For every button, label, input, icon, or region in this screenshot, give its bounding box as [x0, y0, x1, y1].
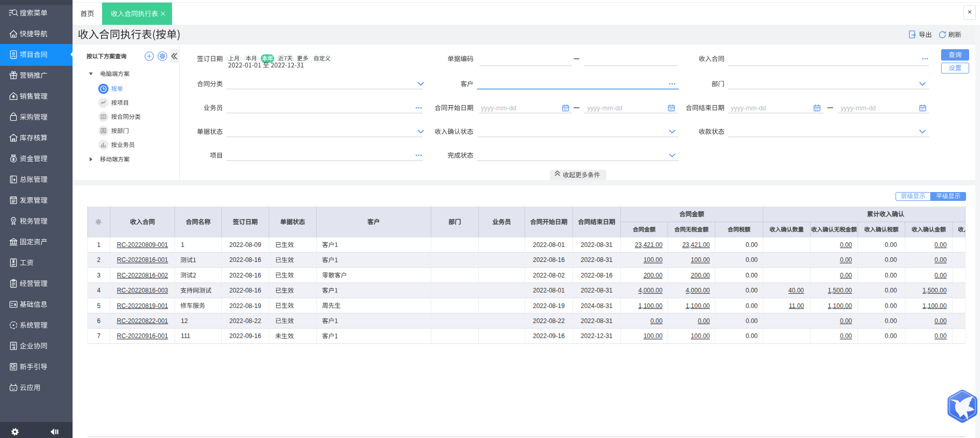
svg-text:0.00: 0.00: [746, 332, 758, 340]
svg-text:4,000.00: 4,000.00: [638, 287, 663, 294]
svg-text:1,100.00: 1,100.00: [828, 302, 852, 310]
svg-text:yyyy-mm-dd: yyyy-mm-dd: [587, 105, 622, 112]
svg-text:2024-08-31: 2024-08-31: [581, 302, 613, 310]
svg-text:0.00: 0.00: [885, 332, 897, 340]
svg-text:100.00: 100.00: [691, 256, 710, 264]
svg-text:1: 1: [97, 241, 101, 249]
svg-text:2022-08-31: 2022-08-31: [581, 317, 613, 325]
svg-text:×: ×: [968, 8, 972, 16]
svg-text:2022-12-31: 2022-12-31: [581, 332, 613, 340]
svg-text:0.00: 0.00: [934, 317, 947, 325]
svg-text:111: 111: [181, 332, 191, 340]
svg-text:12: 12: [181, 317, 188, 325]
svg-text:0.00: 0.00: [840, 332, 853, 340]
svg-text:0.00: 0.00: [885, 302, 897, 310]
svg-text:23,421.00: 23,421.00: [635, 241, 663, 249]
svg-text:1,100.00: 1,100.00: [686, 302, 710, 310]
svg-text:RC-20220816-001: RC-20220816-001: [117, 256, 168, 264]
svg-text:2022-09-16: 2022-09-16: [230, 332, 262, 340]
svg-text:RC-20220822-001: RC-20220822-001: [117, 317, 168, 325]
svg-text:2022-08-01: 2022-08-01: [533, 287, 565, 294]
svg-text:2022-08-16: 2022-08-16: [230, 272, 262, 279]
svg-text:0.00: 0.00: [885, 241, 897, 249]
svg-text:yyyy-mm-dd: yyyy-mm-dd: [731, 105, 766, 112]
svg-text:RC-20220809-001: RC-20220809-001: [117, 241, 168, 249]
svg-text:RC-20220819-001: RC-20220819-001: [117, 302, 168, 310]
svg-text:0.00: 0.00: [840, 272, 853, 279]
svg-text:2022-08-16: 2022-08-16: [581, 272, 613, 279]
svg-text:0.00: 0.00: [885, 287, 897, 294]
svg-text:0.00: 0.00: [746, 287, 758, 294]
svg-text:yyyy-mm-dd: yyyy-mm-dd: [481, 105, 516, 112]
svg-text:3: 3: [97, 272, 101, 279]
svg-text:0.00: 0.00: [746, 241, 758, 249]
svg-text:2022-08-01: 2022-08-01: [533, 241, 565, 249]
svg-text:1,500.00: 1,500.00: [922, 287, 947, 294]
svg-text:1,100.00: 1,100.00: [638, 302, 663, 310]
svg-text:200.00: 200.00: [691, 272, 710, 279]
svg-text:7: 7: [97, 332, 101, 340]
svg-text:2022-08-19: 2022-08-19: [230, 302, 262, 310]
svg-text:1: 1: [181, 241, 184, 249]
svg-text:40.00: 40.00: [788, 287, 804, 294]
svg-text:0.00: 0.00: [746, 302, 758, 310]
svg-text:2022-09-16: 2022-09-16: [533, 332, 565, 340]
svg-text:0.00: 0.00: [650, 317, 663, 325]
svg-text:1,500.00: 1,500.00: [828, 287, 852, 294]
svg-text:2022-08-09: 2022-08-09: [230, 241, 262, 249]
svg-text:0.00: 0.00: [885, 272, 897, 279]
svg-text:0.00: 0.00: [746, 272, 758, 279]
svg-text:0.00: 0.00: [840, 256, 853, 264]
svg-text:4: 4: [97, 287, 101, 294]
svg-text:0.00: 0.00: [840, 241, 853, 249]
svg-text:0.00: 0.00: [746, 256, 758, 264]
svg-text:RC-20220816-003: RC-20220816-003: [117, 287, 168, 294]
svg-text:5: 5: [97, 302, 101, 310]
svg-text:2022-08-31: 2022-08-31: [581, 256, 613, 264]
svg-text:100.00: 100.00: [691, 332, 710, 340]
svg-text:0.00: 0.00: [934, 241, 947, 249]
svg-text:4,000.00: 4,000.00: [686, 287, 710, 294]
svg-text:2: 2: [97, 256, 101, 264]
svg-text:0.00: 0.00: [885, 317, 897, 325]
svg-text:2022-08-16: 2022-08-16: [533, 256, 565, 264]
svg-text:1,100.00: 1,100.00: [922, 302, 947, 310]
svg-text:0.00: 0.00: [934, 256, 947, 264]
svg-text:6: 6: [97, 317, 101, 325]
svg-text:200.00: 200.00: [644, 272, 663, 279]
svg-text:yyyy-mm-dd: yyyy-mm-dd: [841, 105, 876, 112]
svg-text:RC-20220816-002: RC-20220816-002: [117, 272, 168, 279]
svg-text:0.00: 0.00: [934, 332, 947, 340]
svg-text:0.00: 0.00: [934, 272, 947, 279]
svg-text:2022-08-31: 2022-08-31: [581, 287, 613, 294]
svg-text:2022-08-02: 2022-08-02: [533, 272, 565, 279]
svg-text:0.00: 0.00: [746, 317, 758, 325]
svg-text:0.00: 0.00: [885, 256, 897, 264]
svg-text:2022-08-22: 2022-08-22: [533, 317, 565, 325]
svg-text:11.00: 11.00: [789, 302, 804, 310]
svg-text:0.00: 0.00: [840, 317, 853, 325]
svg-text:0.00: 0.00: [698, 317, 710, 325]
svg-text:2022-08-31: 2022-08-31: [581, 241, 613, 249]
svg-text:100.00: 100.00: [644, 256, 663, 264]
svg-text:2022-08-16: 2022-08-16: [230, 287, 262, 294]
svg-text:2022-08-19: 2022-08-19: [533, 302, 565, 310]
svg-text:2022-08-16: 2022-08-16: [230, 256, 262, 264]
svg-text:2022-08-22: 2022-08-22: [230, 317, 262, 325]
svg-text:100.00: 100.00: [644, 332, 663, 340]
svg-text:23,421.00: 23,421.00: [682, 241, 710, 249]
svg-text:RC-20220916-001: RC-20220916-001: [117, 332, 168, 340]
